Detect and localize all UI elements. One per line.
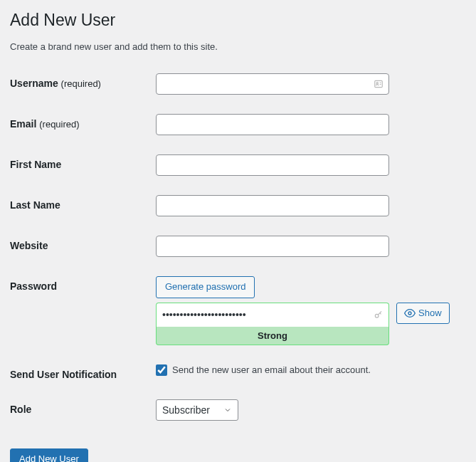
- password-key-icon: [374, 310, 384, 320]
- email-label-text: Email: [10, 118, 36, 130]
- email-input[interactable]: [156, 114, 389, 135]
- show-button-label: Show: [418, 308, 442, 318]
- notification-checkbox[interactable]: [156, 364, 167, 376]
- website-label: Website: [10, 236, 156, 251]
- eye-icon: [404, 308, 416, 319]
- role-select[interactable]: Subscriber: [156, 399, 238, 421]
- username-label: Username (required): [10, 73, 156, 89]
- last-name-input[interactable]: [156, 195, 389, 216]
- password-input[interactable]: [156, 303, 389, 327]
- last-name-label: Last Name: [10, 195, 156, 211]
- email-label: Email (required): [10, 114, 156, 130]
- generate-password-button[interactable]: Generate password: [156, 276, 255, 298]
- contact-card-icon: [374, 79, 384, 89]
- notification-label: Send User Notification: [10, 364, 156, 380]
- password-label: Password: [10, 276, 156, 292]
- page-subtitle: Create a brand new user and add them to …: [10, 41, 466, 52]
- website-input[interactable]: [156, 236, 389, 257]
- svg-point-5: [408, 312, 411, 315]
- page-title: Add New User: [10, 10, 466, 31]
- add-new-user-button[interactable]: Add New User: [10, 448, 88, 462]
- first-name-label: First Name: [10, 154, 156, 170]
- username-required: (required): [61, 78, 101, 89]
- show-password-button[interactable]: Show: [396, 303, 450, 324]
- password-strength-meter: Strong: [156, 327, 389, 345]
- notification-checkbox-label: Send the new user an email about their a…: [172, 364, 371, 375]
- username-label-text: Username: [10, 78, 58, 89]
- email-required: (required): [39, 119, 79, 130]
- svg-rect-0: [375, 80, 383, 87]
- first-name-input[interactable]: [156, 154, 389, 176]
- username-input[interactable]: [156, 73, 389, 95]
- svg-point-1: [376, 83, 378, 84]
- role-label: Role: [10, 399, 156, 415]
